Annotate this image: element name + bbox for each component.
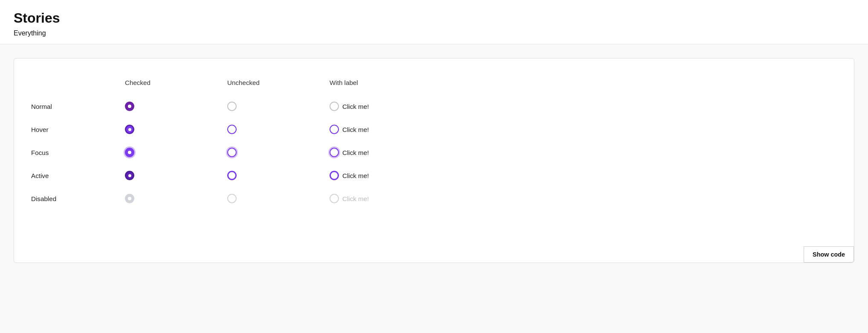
page-subtitle: Everything [14,29,854,44]
radio-label-normal[interactable] [330,102,339,111]
radio-label-active[interactable] [330,171,339,180]
radio-cell-checked-disabled [125,187,227,210]
radio-cell-unchecked-disabled [227,187,330,210]
page-header: Stories Everything [0,0,868,44]
radio-unchecked-active[interactable] [227,171,237,180]
radio-cell-label-disabled: Click me! [330,187,457,210]
radio-cell-checked-focus [125,141,227,164]
radio-label-focus[interactable] [330,148,339,157]
col-header-checked: Checked [125,79,227,95]
row-label-normal: Normal [31,96,125,117]
col-header-unchecked: Unchecked [227,79,330,95]
label-active-text: Click me! [342,172,369,179]
show-code-button[interactable]: Show code [804,246,854,263]
row-label-hover: Hover [31,119,125,140]
row-label-active: Active [31,165,125,186]
radio-cell-label-focus: Click me! [330,141,457,164]
radio-checked-hover[interactable] [125,125,134,134]
radio-unchecked-focus[interactable] [227,148,237,157]
label-hover-text: Click me! [342,126,369,133]
label-normal-text: Click me! [342,103,369,110]
radio-unchecked-hover[interactable] [227,125,237,134]
col-header-with-label: With label [330,79,457,95]
radio-checked-focus[interactable] [125,148,134,157]
radio-cell-unchecked-hover [227,118,330,141]
radio-checked-normal[interactable] [125,102,134,111]
row-label-disabled: Disabled [31,188,125,209]
radio-label-disabled [330,194,339,203]
radio-cell-label-normal: Click me! [330,95,457,118]
story-card: Checked Unchecked With label Normal Clic… [14,58,854,263]
radio-checked-active[interactable] [125,171,134,180]
col-header-empty [31,83,125,91]
radio-cell-label-active: Click me! [330,164,457,187]
radio-cell-unchecked-normal [227,95,330,118]
radio-label-hover[interactable] [330,125,339,134]
radio-cell-unchecked-focus [227,141,330,164]
page-title: Stories [14,10,854,26]
radio-cell-checked-normal [125,95,227,118]
radio-table: Checked Unchecked With label Normal Clic… [31,79,837,210]
story-area: Checked Unchecked With label Normal Clic… [0,44,868,277]
radio-unchecked-disabled [227,194,237,203]
label-disabled-text: Click me! [342,195,369,202]
radio-unchecked-normal[interactable] [227,102,237,111]
radio-cell-unchecked-active [227,164,330,187]
radio-cell-label-hover: Click me! [330,118,457,141]
radio-cell-checked-active [125,164,227,187]
label-focus-text: Click me! [342,149,369,156]
radio-cell-checked-hover [125,118,227,141]
radio-checked-disabled [125,194,134,203]
row-label-focus: Focus [31,142,125,163]
